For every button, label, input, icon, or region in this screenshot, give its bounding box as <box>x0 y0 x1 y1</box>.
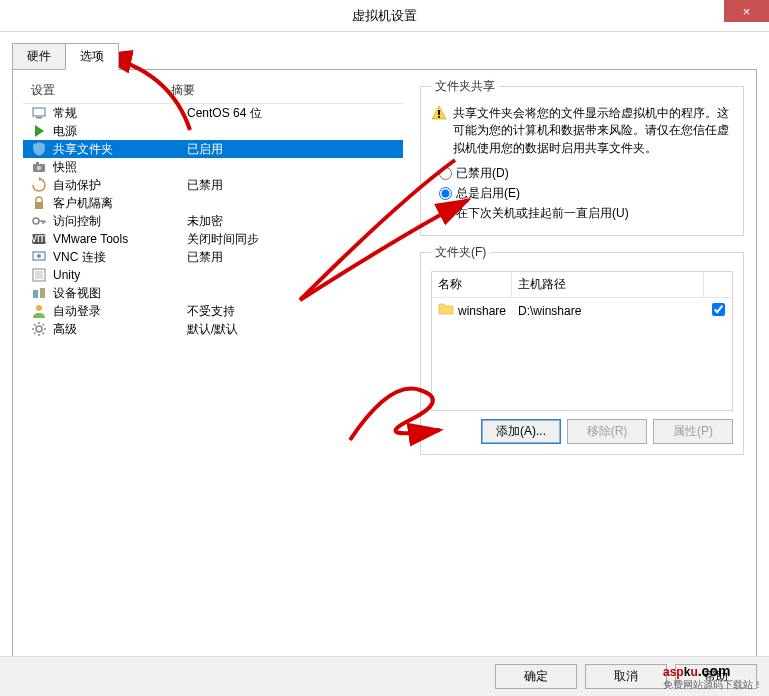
row-label: 自动登录 <box>53 303 187 320</box>
folder-name: winshare <box>458 304 506 318</box>
vnc-icon <box>31 249 47 265</box>
refresh-icon <box>31 177 47 193</box>
svg-line-23 <box>34 333 36 335</box>
svg-rect-0 <box>33 108 45 116</box>
add-button[interactable]: 添加(A)... <box>481 419 561 444</box>
folder-icon <box>438 301 454 320</box>
settings-row-unity[interactable]: Unity <box>23 266 403 284</box>
svg-text:vm: vm <box>31 231 47 245</box>
titlebar: 虚拟机设置 × <box>0 0 769 32</box>
folder-checkbox[interactable] <box>712 303 725 316</box>
settings-row-monitor[interactable]: 常规CentOS 64 位 <box>23 104 403 122</box>
settings-row-refresh[interactable]: 自动保护已禁用 <box>23 176 403 194</box>
settings-row-lock[interactable]: 客户机隔离 <box>23 194 403 212</box>
detail-panel: 文件夹共享 共享文件夹会将您的文件显示给虚拟机中的程序。这可能为您的计算机和数据… <box>408 70 756 658</box>
row-summary: 默认/默认 <box>187 321 401 338</box>
folder-path: D:\winshare <box>512 301 704 321</box>
row-summary: 已启用 <box>187 141 401 158</box>
svg-rect-13 <box>33 290 38 298</box>
row-label: 常规 <box>53 105 187 122</box>
svg-rect-5 <box>35 202 43 209</box>
svg-rect-4 <box>36 162 39 164</box>
row-label: 快照 <box>53 159 187 176</box>
props-button[interactable]: 属性(P) <box>653 419 733 444</box>
settings-row-gear[interactable]: 高级默认/默认 <box>23 320 403 338</box>
settings-row-camera[interactable]: 快照 <box>23 158 403 176</box>
vm-icon: vm <box>31 231 47 247</box>
row-label: 共享文件夹 <box>53 141 187 158</box>
row-label: Unity <box>53 268 187 282</box>
svg-rect-25 <box>438 110 440 115</box>
ok-button[interactable]: 确定 <box>495 664 577 689</box>
svg-point-3 <box>37 166 42 171</box>
warning-text: 共享文件夹会将您的文件显示给虚拟机中的程序。这可能为您的计算机和数据带来风险。请… <box>453 105 733 157</box>
play-icon <box>31 123 47 139</box>
folder-sharing-legend: 文件夹共享 <box>431 78 499 95</box>
svg-line-22 <box>43 333 45 335</box>
tab-options[interactable]: 选项 <box>65 43 119 70</box>
sharing-radios: 已禁用(D) 总是启用(E) 在下次关机或挂起前一直启用(U) <box>439 165 733 222</box>
row-summary: 不受支持 <box>187 303 401 320</box>
settings-row-user[interactable]: 自动登录不受支持 <box>23 302 403 320</box>
radio-always[interactable]: 总是启用(E) <box>439 185 733 202</box>
header-summary: 摘要 <box>171 82 401 99</box>
dialog-body: 硬件 选项 设置 摘要 常规CentOS 64 位电源共享文件夹已启用快照自动保… <box>0 32 769 656</box>
svg-line-24 <box>43 324 45 326</box>
folder-buttons: 添加(A)... 移除(R) 属性(P) <box>431 419 733 444</box>
svg-rect-1 <box>36 117 42 119</box>
radio-always-input[interactable] <box>439 187 452 200</box>
row-label: 电源 <box>53 123 187 140</box>
camera-icon <box>31 159 47 175</box>
folders-header-check <box>704 272 732 297</box>
folder-row[interactable]: winshare D:\winshare <box>432 298 732 323</box>
shield-icon <box>31 141 47 157</box>
row-summary: 关闭时间同步 <box>187 231 401 248</box>
tab-hardware[interactable]: 硬件 <box>12 43 66 70</box>
settings-list: 常规CentOS 64 位电源共享文件夹已启用快照自动保护已禁用客户机隔离访问控… <box>23 104 403 338</box>
settings-row-vnc[interactable]: VNC 连接已禁用 <box>23 248 403 266</box>
settings-row-play[interactable]: 电源 <box>23 122 403 140</box>
key-icon <box>31 213 47 229</box>
radio-disabled-input[interactable] <box>439 167 452 180</box>
radio-until[interactable]: 在下次关机或挂起前一直启用(U) <box>439 205 733 222</box>
content-area: 设置 摘要 常规CentOS 64 位电源共享文件夹已启用快照自动保护已禁用客户… <box>12 69 757 659</box>
folders-header-path: 主机路径 <box>512 272 704 297</box>
row-summary: 未加密 <box>187 213 401 230</box>
settings-list-header: 设置 摘要 <box>23 78 403 104</box>
folders-legend: 文件夹(F) <box>431 244 490 261</box>
footer: 确定 取消 帮助 <box>0 656 769 696</box>
row-label: 设备视图 <box>53 285 187 302</box>
row-label: 客户机隔离 <box>53 195 187 212</box>
row-summary: 已禁用 <box>187 249 401 266</box>
folders-header-name: 名称 <box>432 272 512 297</box>
radio-until-input[interactable] <box>439 207 452 220</box>
window-title: 虚拟机设置 <box>352 7 417 25</box>
gear-icon <box>31 321 47 337</box>
svg-rect-14 <box>40 288 45 298</box>
monitor-icon <box>31 105 47 121</box>
remove-button[interactable]: 移除(R) <box>567 419 647 444</box>
row-label: VMware Tools <box>53 232 187 246</box>
folders-header: 名称 主机路径 <box>432 272 732 298</box>
settings-row-vm[interactable]: vmVMware Tools关闭时间同步 <box>23 230 403 248</box>
settings-row-device[interactable]: 设备视图 <box>23 284 403 302</box>
tabs: 硬件 选项 <box>12 43 757 70</box>
lock-icon <box>31 195 47 211</box>
svg-rect-12 <box>35 271 43 279</box>
cancel-button[interactable]: 取消 <box>585 664 667 689</box>
row-label: 高级 <box>53 321 187 338</box>
svg-point-6 <box>33 218 39 224</box>
svg-rect-26 <box>438 116 440 118</box>
settings-list-panel: 设置 摘要 常规CentOS 64 位电源共享文件夹已启用快照自动保护已禁用客户… <box>13 70 408 658</box>
help-button[interactable]: 帮助 <box>675 664 757 689</box>
radio-disabled[interactable]: 已禁用(D) <box>439 165 733 182</box>
warning-block: 共享文件夹会将您的文件显示给虚拟机中的程序。这可能为您的计算机和数据带来风险。请… <box>431 105 733 157</box>
settings-row-key[interactable]: 访问控制未加密 <box>23 212 403 230</box>
settings-row-shield[interactable]: 共享文件夹已启用 <box>23 140 403 158</box>
folders-table: 名称 主机路径 winshare D:\winshare <box>431 271 733 411</box>
svg-point-10 <box>37 254 41 258</box>
close-button[interactable]: × <box>724 0 769 22</box>
row-summary: 已禁用 <box>187 177 401 194</box>
warning-icon <box>431 105 447 121</box>
svg-line-21 <box>34 324 36 326</box>
